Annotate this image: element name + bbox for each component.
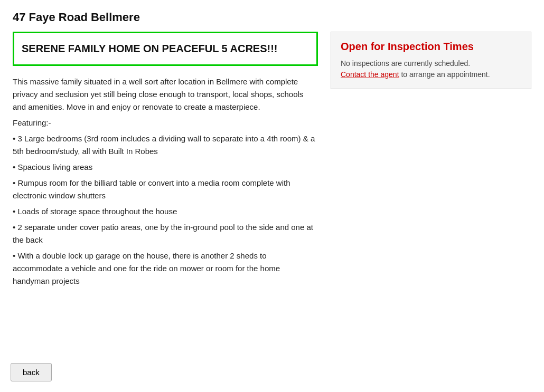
list-item: • With a double lock up garage on the ho…	[13, 250, 318, 288]
list-item: • 2 separate under cover patio areas, on…	[13, 221, 318, 246]
list-item: • Rumpus room for the billiard table or …	[13, 177, 318, 202]
headline-text: SERENE FAMILY HOME ON PEACEFUL 5 ACRES!!…	[22, 42, 309, 56]
left-column: SERENE FAMILY HOME ON PEACEFUL 5 ACRES!!…	[13, 32, 318, 291]
list-item: • Spacious living areas	[13, 161, 318, 174]
back-button-area: back	[11, 363, 52, 381]
no-inspection-text: No inspections are currently scheduled.	[341, 59, 470, 68]
page-header: 47 Faye Road Bellmere	[13, 11, 531, 24]
inspection-body: No inspections are currently scheduled. …	[341, 58, 521, 80]
headline-box: SERENE FAMILY HOME ON PEACEFUL 5 ACRES!!…	[13, 32, 318, 66]
back-button[interactable]: back	[11, 363, 52, 381]
contact-agent-link[interactable]: Contact the agent	[341, 70, 399, 79]
appointment-text: to arrange an appointment.	[399, 70, 490, 79]
bullets-list: • 3 Large bedrooms (3rd room includes a …	[13, 132, 318, 288]
inspection-title: Open for Inspection Times	[341, 41, 521, 53]
property-title: 47 Faye Road Bellmere	[13, 11, 531, 24]
featuring-label: Featuring:-	[13, 117, 318, 129]
list-item: • 3 Large bedrooms (3rd room includes a …	[13, 132, 318, 158]
right-column: Open for Inspection Times No inspections…	[331, 32, 531, 89]
main-layout: SERENE FAMILY HOME ON PEACEFUL 5 ACRES!!…	[13, 32, 531, 291]
description-section: This massive family situated in a well s…	[13, 75, 318, 288]
intro-paragraph: This massive family situated in a well s…	[13, 75, 318, 113]
inspection-box: Open for Inspection Times No inspections…	[331, 32, 531, 89]
list-item: • Loads of storage space throughout the …	[13, 205, 318, 218]
